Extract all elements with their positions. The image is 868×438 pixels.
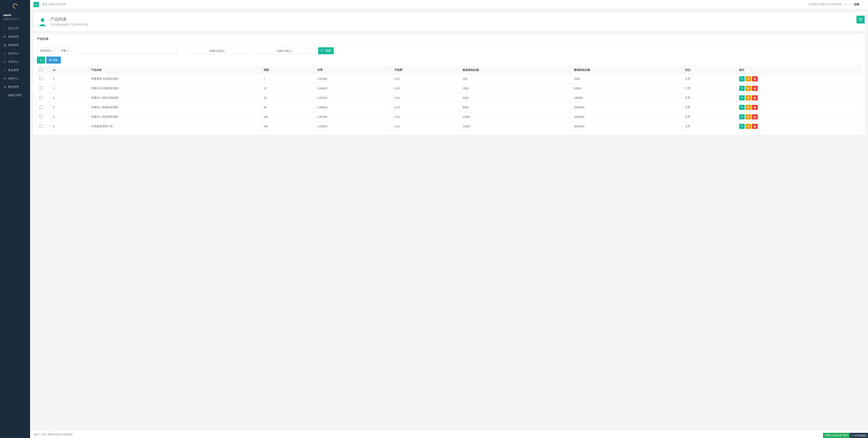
edit-button[interactable]: ✎ — [739, 114, 745, 119]
cell-min: 5000 — [460, 93, 571, 103]
disable-button[interactable]: ✖ — [745, 95, 751, 100]
user-role[interactable]: 超级管理员9 ▾ — [3, 18, 19, 20]
logout-icon[interactable]: ⎋ — [849, 3, 851, 6]
row-checkbox[interactable] — [39, 106, 42, 109]
sidebar-item-0[interactable]: ⌂后台主页 — [0, 24, 30, 33]
sidebar-item-8[interactable]: ☼余额宝管理‹ — [0, 91, 30, 99]
disable-button[interactable]: ✖ — [745, 114, 751, 119]
edit-button[interactable]: ✎ — [739, 105, 745, 110]
disable-button[interactable]: ✖ — [745, 86, 751, 91]
welcome-text: 欢迎来到 创富后台管理系统 — [809, 2, 842, 6]
edit-button[interactable]: ✎ — [739, 95, 745, 100]
chevron-left-icon: ‹ — [26, 94, 27, 97]
sidebar-item-4[interactable]: ☷订单中心‹ — [0, 58, 30, 66]
float-settings-button[interactable] — [857, 16, 865, 24]
chevron-left-icon: ‹ — [26, 69, 27, 71]
edit-button[interactable]: ✎ — [739, 124, 745, 129]
edit-button[interactable]: ✎ — [739, 86, 745, 91]
nav-label: 信息中心 — [8, 77, 19, 81]
trash-icon: 🗑 — [753, 87, 756, 90]
refresh-icon[interactable]: ⟲ — [844, 3, 847, 6]
delete-button[interactable]: 🗑 — [752, 95, 758, 100]
perf-time[interactable]: 0.071882s — [850, 433, 868, 438]
col-id: id — [51, 66, 89, 74]
nav-icon: ⌂ — [3, 27, 6, 30]
keyword-input[interactable] — [73, 48, 177, 54]
logout-link[interactable]: 注销 — [854, 2, 859, 6]
cell-name: 华夏匠心·律动月鑫项目 — [88, 93, 261, 103]
edit-button[interactable]: ✎ — [739, 76, 745, 82]
chevron-left-icon: ‹ — [26, 77, 27, 80]
sidebar-item-3[interactable]: ☺会员中心‹ — [0, 49, 30, 58]
panel-body: 全部状态 ▾ 不限 ▾ - 🔍搜索 ⟲ ✚ 添加 — [33, 44, 865, 135]
row-checkbox[interactable] — [39, 115, 42, 118]
sidebar-item-2[interactable]: ⚿权限管理‹ — [0, 41, 30, 49]
chevron-left-icon: ‹ — [26, 86, 27, 88]
disable-button[interactable]: ✖ — [745, 76, 751, 82]
status-filter-dropdown[interactable]: 全部状态 ▾ — [37, 47, 56, 54]
row-checkbox[interactable] — [39, 86, 42, 90]
cell-min: 2000 — [460, 84, 571, 93]
cell-period: 7 — [261, 74, 315, 84]
select-all-checkbox[interactable] — [39, 68, 42, 71]
col-max: 最高限制金额 — [571, 66, 683, 74]
date-to-input[interactable] — [253, 48, 316, 54]
cell-min: 8000 — [460, 103, 571, 112]
perf-message[interactable]: 开开心心过大年 开开 — [823, 433, 850, 438]
delete-button[interactable]: 🗑 — [752, 86, 758, 91]
search-hint[interactable]: 请输入搜索菜单名称 — [41, 2, 66, 6]
cell-name: 王牌鎏金理财计划 — [88, 122, 261, 131]
cell-rate: 0.00428 — [315, 84, 392, 93]
panel-title: 产品列表 — [33, 34, 865, 44]
delete-button[interactable]: 🗑 — [752, 114, 758, 119]
menu-toggle-button[interactable]: ≡ — [33, 2, 39, 7]
sidebar-item-6[interactable]: ✉信息中心‹ — [0, 75, 30, 83]
sidebar-item-1[interactable]: ⚙系统管理‹ — [0, 33, 30, 41]
sidebar-item-5[interactable]: ≡基金管理‹ — [0, 66, 30, 75]
row-checkbox[interactable] — [39, 77, 42, 80]
row-checkbox[interactable] — [39, 124, 42, 127]
trash-icon: 🗑 — [753, 116, 756, 118]
delete-button[interactable]: 🗑 — [752, 124, 758, 129]
refresh-button[interactable]: ⟲ — [37, 57, 45, 64]
add-button[interactable]: ✚ 添加 — [46, 57, 61, 64]
cell-period: 30 — [261, 93, 315, 103]
cell-period: 90 — [261, 103, 315, 112]
trash-icon: 🗑 — [753, 97, 756, 99]
nav-icon: ≡ — [3, 69, 6, 72]
delete-button[interactable]: 🗑 — [752, 105, 758, 110]
fullscreen-icon[interactable]: ⛶ — [862, 3, 865, 6]
x-icon: ✖ — [747, 96, 749, 99]
trash-icon: 🗑 — [753, 106, 756, 109]
delete-button[interactable]: 🗑 — [752, 76, 758, 82]
svg-point-3 — [861, 20, 862, 21]
table-row: 5华夏匠心·智富慧利项目1800.007680.20100001000000正常… — [37, 112, 861, 122]
search-button[interactable]: 🔍搜索 — [318, 47, 334, 54]
col-name: 产品名称 — [88, 66, 261, 74]
chevron-left-icon: ‹ — [26, 61, 27, 63]
cell-name: 华夏匠心·智富慧利项目 — [88, 112, 261, 122]
row-checkbox[interactable] — [39, 96, 42, 99]
cell-name: 华夏匠心·嘉鑫固收项目 — [88, 103, 261, 112]
col-fee: 手续费 — [392, 66, 460, 74]
cell-rate: 0.00918 — [315, 122, 392, 131]
disable-button[interactable]: ✖ — [745, 105, 751, 110]
cell-status: 正常 — [683, 103, 737, 112]
disable-button[interactable]: ✖ — [745, 124, 751, 129]
nav-icon: ☷ — [3, 60, 6, 63]
perf-bar: 开开心心过大年 开开 0.071882s — [823, 433, 868, 438]
sidebar: admin 超级管理员9 ▾ ⌂后台主页⚙系统管理‹⚿权限管理‹☺会员中心‹☷订… — [0, 0, 30, 438]
cell-status: 正常 — [683, 122, 737, 131]
limit-filter-dropdown[interactable]: 不限 ▾ — [58, 47, 71, 54]
cell-id: 5 — [51, 112, 89, 122]
topbar-left: ≡ 请输入搜索菜单名称 — [33, 2, 66, 7]
cell-period: 15 — [261, 84, 315, 93]
sidebar-item-7[interactable]: ≣财务管理‹ — [0, 83, 30, 91]
x-icon: ✖ — [747, 77, 749, 80]
topbar: ≡ 请输入搜索菜单名称 欢迎来到 创富后台管理系统 ⟲ ⎋ 注销 ⛶ — [30, 0, 868, 9]
cell-id: 4 — [51, 103, 89, 112]
date-from-input[interactable] — [185, 48, 248, 54]
nav-label: 财务管理 — [8, 85, 19, 89]
pencil-icon: ✎ — [741, 115, 743, 118]
table-row: 8王牌鎏金理财计划3650.009180.20100005000000正常✎✖🗑 — [37, 122, 861, 131]
